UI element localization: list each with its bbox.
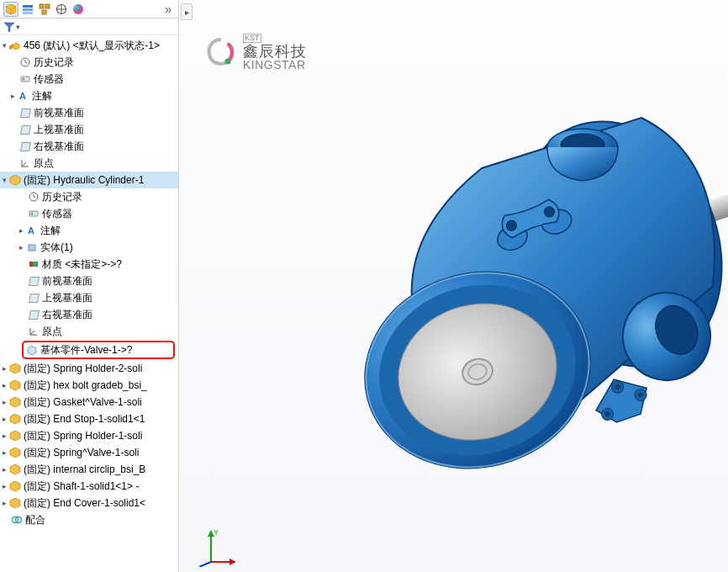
part-icon — [8, 362, 22, 375]
svg-rect-26 — [29, 245, 35, 251]
svg-rect-29 — [36, 262, 38, 267]
tree-root-assembly[interactable]: ▾ 456 (默认) <默认_显示状态-1> — [0, 37, 178, 54]
flyout-tree-toggle[interactable]: ▸ — [181, 3, 193, 20]
annotations-icon: A — [25, 224, 39, 237]
svg-marker-34 — [10, 414, 20, 424]
svg-marker-30 — [28, 346, 36, 355]
tree-toggle[interactable]: ▾ — [0, 176, 8, 184]
svg-point-19 — [23, 78, 25, 81]
part-icon — [8, 429, 22, 442]
part-icon — [8, 395, 22, 409]
tree-item-top-plane[interactable]: 上视基准面 — [0, 121, 178, 138]
filter-dropdown-chevron[interactable]: ▾ — [16, 23, 20, 31]
feature-tree-panel: » ▾ ▾ 456 (默认) <默认_显示状态-1> 历史记录 传感器 ▸ A … — [0, 0, 179, 572]
history-icon — [27, 190, 40, 204]
tree-component[interactable]: ▸(固定) internal circlip_bsi_B — [0, 461, 178, 478]
tree-component-hydraulic-cylinder[interactable]: ▾ (固定) Hydraulic Cylinder-1 — [0, 172, 178, 188]
svg-marker-31 — [10, 363, 20, 373]
annotations-icon: A — [17, 89, 30, 103]
tree-item-comp-bodies[interactable]: ▸ 实体(1) — [0, 239, 178, 256]
svg-marker-15 — [13, 43, 19, 50]
tree-item-comp-origin[interactable]: 原点 — [0, 323, 178, 340]
svg-marker-32 — [10, 380, 20, 390]
tree-item-comp-history[interactable]: 历史记录 — [0, 188, 178, 205]
triad-y-label: Y — [214, 528, 219, 537]
feature-tree: ▾ 456 (默认) <默认_显示状态-1> 历史记录 传感器 ▸ A 注解 前… — [0, 35, 178, 572]
part-icon — [8, 379, 22, 392]
watermark: KST 鑫辰科技 KINGSTAR — [204, 34, 307, 71]
tree-item-mates[interactable]: 配合 — [0, 511, 178, 528]
tree-component[interactable]: ▸(固定) Spring Holder-1-soli — [0, 427, 178, 444]
tree-component[interactable]: ▸(固定) End Cover-1-solid1< — [0, 495, 178, 511]
plane-icon — [18, 106, 32, 119]
history-icon — [18, 56, 32, 69]
view-triad[interactable]: Y — [198, 528, 236, 567]
tree-item-comp-material[interactable]: 材质 <未指定>->? — [0, 256, 178, 273]
part-icon — [8, 446, 22, 459]
svg-marker-16 — [9, 45, 13, 50]
tree-toggle[interactable]: ▸ — [8, 92, 17, 100]
tree-component[interactable]: ▸(固定) Shaft-1-solid1<1> - — [0, 478, 178, 495]
plane-icon — [18, 123, 32, 136]
tree-component[interactable]: ▸(固定) Spring Holder-2-soli — [0, 360, 178, 377]
plane-icon — [27, 308, 40, 321]
part-icon — [8, 173, 22, 187]
svg-marker-14 — [4, 23, 14, 32]
svg-line-67 — [199, 562, 211, 567]
svg-text:A: A — [28, 225, 34, 236]
tab-configuration-manager[interactable] — [37, 2, 52, 17]
tree-item-history[interactable]: 历史记录 — [0, 54, 178, 71]
mates-icon — [10, 513, 24, 527]
tree-toggle[interactable]: ▸ — [17, 226, 25, 235]
tree-toggle[interactable]: ▸ — [17, 243, 25, 252]
watermark-cn: 鑫辰科技 — [243, 44, 307, 59]
tree-component[interactable]: ▸(固定) Spring^Valve-1-soli — [0, 444, 178, 461]
tree-item-comp-top-plane[interactable]: 上视基准面 — [0, 289, 178, 306]
tree-component[interactable]: ▸(固定) End Stop-1-solid1<1 — [0, 410, 178, 427]
assembly-icon — [8, 39, 22, 52]
sensors-icon — [27, 207, 40, 220]
derived-part-icon — [25, 343, 39, 357]
tree-item-comp-right-plane[interactable]: 右视基准面 — [0, 306, 178, 323]
tree-item-origin[interactable]: 原点 — [0, 155, 178, 172]
plane-icon — [18, 140, 32, 153]
panel-expand-arrow[interactable]: » — [161, 3, 175, 16]
svg-rect-9 — [42, 10, 46, 14]
tab-feature-manager[interactable] — [3, 2, 18, 17]
part-icon — [8, 463, 22, 476]
filter-icon[interactable] — [3, 21, 15, 33]
tree-item-comp-front-plane[interactable]: 前视基准面 — [0, 273, 178, 289]
tree-item-front-plane[interactable]: 前视基准面 — [0, 104, 178, 121]
watermark-logo-icon — [204, 36, 238, 68]
tree-component[interactable]: ▸(固定) Gasket^Valve-1-soli — [0, 394, 178, 410]
svg-rect-7 — [40, 4, 44, 8]
plane-icon — [27, 274, 40, 288]
origin-icon — [18, 156, 32, 170]
svg-marker-21 — [10, 175, 20, 185]
tree-item-right-plane[interactable]: 右视基准面 — [0, 138, 178, 155]
tab-display-manager[interactable] — [71, 2, 86, 17]
watermark-kst: KST — [243, 34, 261, 43]
tree-item-base-part-valve[interactable]: 基体零件-Valve-1->? — [25, 342, 171, 358]
tree-item-comp-annotations[interactable]: ▸ A 注解 — [0, 222, 178, 239]
tree-item-comp-sensors[interactable]: 传感器 — [0, 205, 178, 222]
tab-property-manager[interactable] — [20, 2, 35, 17]
tree-component[interactable]: ▸(固定) hex bolt gradeb_bsi_ — [0, 377, 178, 394]
svg-rect-4 — [23, 5, 33, 8]
tree-item-annotations[interactable]: ▸ A 注解 — [0, 87, 178, 104]
model-render[interactable] — [288, 67, 728, 505]
svg-rect-5 — [23, 8, 33, 11]
tab-dimxpert[interactable] — [54, 2, 69, 17]
panel-tabs: » — [0, 0, 178, 19]
tree-toggle[interactable]: ▾ — [0, 41, 8, 50]
svg-point-24 — [31, 213, 34, 215]
svg-marker-33 — [10, 397, 20, 407]
svg-rect-6 — [23, 12, 33, 14]
filter-row: ▾ — [0, 19, 178, 35]
part-icon — [8, 412, 22, 426]
graphics-viewport[interactable]: ▸ KST 鑫辰科技 KINGSTAR — [179, 0, 728, 572]
svg-marker-39 — [10, 498, 20, 508]
tree-item-sensors[interactable]: 传感器 — [0, 71, 178, 87]
part-icon — [8, 479, 22, 493]
sensors-icon — [18, 72, 32, 86]
